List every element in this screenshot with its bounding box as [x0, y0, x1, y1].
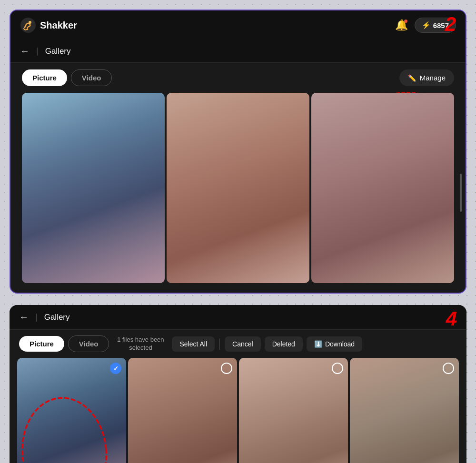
nav-divider: |	[36, 46, 39, 56]
tabs-left: Picture Video	[22, 69, 112, 86]
logo-area: Shakker	[20, 17, 77, 33]
bottom-tab-picture[interactable]: Picture	[19, 336, 64, 352]
bottom-nav-bar: ← | Gallery	[10, 305, 466, 330]
bolt-icon: ⚡	[422, 21, 431, 30]
gallery-image-2[interactable]	[167, 93, 309, 283]
gallery-image-b3[interactable]	[239, 358, 348, 463]
app-header: Shakker 🔔 ⚡ 6857	[10, 10, 466, 40]
notification-dot	[404, 20, 407, 23]
gallery-image-3[interactable]	[311, 93, 454, 283]
download-button[interactable]: ⬇️ Download	[307, 336, 362, 352]
nav-bar: ← | Gallery	[10, 40, 466, 63]
svg-point-1	[29, 21, 31, 24]
back-button-bottom[interactable]: ←	[19, 312, 29, 323]
tabs-row: Picture Video ✏️ Manage	[10, 63, 466, 93]
gallery-image-b1[interactable]: ✓	[17, 358, 126, 463]
top-panel: 2 Shakker 🔔 ⚡ 6857 ← | Gal	[10, 10, 466, 294]
gallery-image-1[interactable]	[22, 93, 165, 283]
cancel-button[interactable]: Cancel	[225, 336, 261, 352]
selected-info: 1 files have been selected	[117, 336, 164, 352]
bottom-nav-divider: |	[35, 312, 38, 322]
download-icon: ⬇️	[314, 340, 322, 348]
header-right: 🔔 ⚡ 6857	[395, 18, 456, 33]
image-grid-bottom: ✓	[10, 358, 466, 463]
select-all-button[interactable]: Select All	[172, 336, 215, 352]
select-circle-2[interactable]	[221, 363, 232, 374]
scrollbar	[460, 174, 462, 212]
page-title: Gallery	[45, 47, 71, 56]
back-button[interactable]: ←	[20, 46, 30, 57]
bottom-tab-video[interactable]: Video	[68, 335, 109, 352]
notification-bell-button[interactable]: 🔔	[395, 19, 408, 31]
bottom-page-title: Gallery	[44, 313, 70, 322]
action-divider	[219, 338, 220, 350]
tab-picture[interactable]: Picture	[22, 69, 67, 86]
manage-button[interactable]: ✏️ Manage	[399, 69, 454, 86]
manage-tabs-row: Picture Video 1 files have been selected…	[10, 330, 466, 358]
logo-icon	[20, 17, 36, 33]
tab-video[interactable]: Video	[71, 69, 112, 86]
pencil-icon: ✏️	[408, 74, 416, 82]
check-mark-1: ✓	[113, 365, 119, 372]
gallery-image-b2[interactable]	[128, 358, 237, 463]
credits-value: 6857	[433, 21, 449, 30]
select-circle-1[interactable]: ✓	[110, 363, 121, 374]
manage-label: Manage	[420, 74, 446, 82]
svg-point-0	[20, 18, 36, 33]
image-grid-top	[10, 93, 466, 293]
select-circle-3[interactable]	[332, 363, 343, 374]
gallery-image-b4[interactable]	[350, 358, 459, 463]
bottom-panel: 4 ← | Gallery Picture Video 1 files have…	[10, 305, 466, 463]
credits-badge[interactable]: ⚡ 6857	[415, 18, 456, 33]
download-label: Download	[325, 340, 355, 348]
select-circle-4[interactable]	[443, 363, 454, 374]
deleted-button[interactable]: Deleted	[265, 336, 303, 352]
app-name: Shakker	[40, 20, 77, 31]
